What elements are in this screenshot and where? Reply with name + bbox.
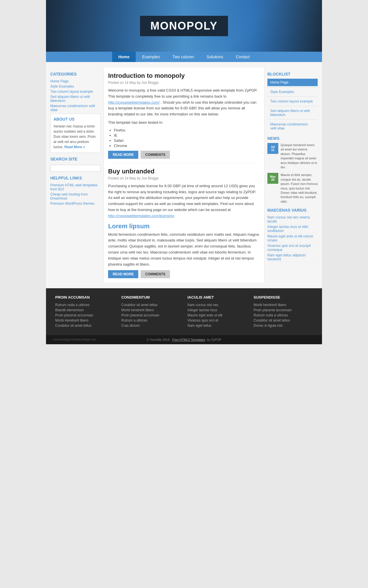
post-1-comments-button[interactable]: COMMENTS bbox=[141, 151, 170, 159]
category-link[interactable]: Sed aliquam libero ut velit bibendum bbox=[50, 94, 101, 103]
post-1-tested: This template has been tested in: bbox=[108, 120, 260, 126]
nav-contact[interactable]: Contact bbox=[229, 52, 256, 62]
helpful-links-list: Premium HTML web templates from $10 Chea… bbox=[50, 183, 101, 206]
footer-link[interactable]: Donec in ligula nisl. bbox=[254, 323, 313, 328]
footer-link[interactable]: Proin placerat accumsan bbox=[254, 307, 313, 313]
footer-col-3-list: Nam cursus nisi nec Integer lacinia risu… bbox=[187, 302, 247, 328]
list-item: Style Examples bbox=[50, 84, 101, 89]
blocklist-item[interactable]: Two column layout example bbox=[267, 98, 318, 105]
footer-link[interactable]: Blandit elementum bbox=[55, 307, 114, 313]
list-item: Firefox bbox=[114, 128, 260, 132]
category-link[interactable]: Home Page bbox=[50, 79, 101, 84]
about-title: ABOUT US bbox=[53, 117, 97, 121]
maecenas-link[interactable]: Nam eget tellus adipiscin hendrerit bbox=[267, 253, 318, 262]
footer-col-4-list: Morbi hendrerit libero Proin placerat ac… bbox=[254, 302, 313, 328]
helpful-link[interactable]: Cheap web hosting from Dreamhost bbox=[50, 192, 101, 201]
search-title: SEARCH SITE bbox=[50, 157, 101, 161]
list-item: Safari bbox=[114, 138, 260, 143]
footer-link[interactable]: Morbi hendrerit libero bbox=[121, 307, 181, 313]
post-2-link[interactable]: http://zypopwebtemplates.com/licensing bbox=[108, 214, 174, 218]
post-2-title: Buy unbranded bbox=[108, 168, 260, 175]
list-item: Sed aliquam libero ut velit bibendum bbox=[50, 94, 101, 103]
divider bbox=[267, 87, 318, 87]
news-title: NEWS bbox=[267, 136, 318, 141]
footer-col-2-list: Curabitur sit amet tellus Morbi hendreri… bbox=[121, 302, 181, 328]
helpful-link[interactable]: Premium WordPress themes bbox=[50, 201, 101, 206]
blocklist-item-active[interactable]: Home Page bbox=[267, 79, 318, 86]
footer-link[interactable]: Curabitur sit amet tellus bbox=[121, 302, 181, 307]
footer-link[interactable]: Integer lacinia risus bbox=[187, 307, 247, 313]
news-date-1: Jul 21 bbox=[267, 143, 278, 154]
footer-link[interactable]: Mauris eget ante ut elit bbox=[187, 313, 247, 318]
categories-title: CATEGORIES bbox=[50, 72, 101, 76]
list-item: IE bbox=[114, 133, 260, 138]
list-item: Two column layout example bbox=[50, 89, 101, 94]
footer-bottom-text: © YourSite 2014. bbox=[147, 338, 170, 341]
footer-col-4: SUSPENDISSE Morbi hendrerit libero Proin… bbox=[250, 295, 316, 328]
post-1-actions: READ MORE COMMENTS bbox=[108, 151, 260, 159]
footer-link[interactable]: Rutrum nulla a ultrices bbox=[254, 313, 313, 318]
news-item-2: May 09 Mauris et felis semper, congue du… bbox=[267, 173, 318, 204]
lorem-body: Morbi fermentum condimentum felis, commo… bbox=[108, 232, 260, 268]
footer-top: PROIN ACCUMSAN Rutrum nulla a ultrices B… bbox=[46, 288, 322, 335]
post-1-title: Introduction to monopoly bbox=[108, 72, 260, 80]
footer-col-3: IACULIS AMET Nam cursus nisi nec Integer… bbox=[184, 295, 250, 328]
footer-col-1-title: PROIN ACCUMSAN bbox=[55, 295, 114, 299]
footer-link[interactable]: Proin placerat accumsan bbox=[55, 313, 114, 318]
footer-link[interactable]: Rutrum nulla a ultrices bbox=[55, 302, 114, 307]
category-link[interactable]: Style Examples bbox=[50, 84, 101, 89]
footer-col-2: CONDIMENTUM Curabitur sit amet tellus Mo… bbox=[118, 295, 184, 328]
footer-link[interactable]: Nam cursus nisi nec bbox=[187, 302, 247, 307]
footer-link[interactable]: Nam eget tellus bbox=[187, 323, 247, 328]
divider bbox=[267, 119, 318, 120]
post-1-link[interactable]: http://zypopwebtemplates.com/ bbox=[108, 100, 160, 105]
post-2-meta: Posted on 14 May by Joe Bloggs bbox=[108, 176, 260, 180]
footer-col-1: PROIN ACCUMSAN Rutrum nulla a ultrices B… bbox=[52, 295, 118, 328]
footer-link[interactable]: Vivamus quis orci et bbox=[187, 318, 247, 323]
footer-link[interactable]: Rutrum a ultrices bbox=[121, 318, 181, 323]
nav-solutions[interactable]: Solutions bbox=[200, 52, 230, 62]
main-nav: Home Examples Two column Solutions Conta… bbox=[46, 52, 322, 62]
search-input[interactable] bbox=[50, 165, 101, 172]
footer-col-1-list: Rutrum nulla a ultrices Blandit elementu… bbox=[55, 302, 114, 328]
footer-link[interactable]: Curabitur sit amet tellus bbox=[254, 318, 313, 323]
maecenas-link[interactable]: Integer lacinia risus id nibh vestibulum bbox=[267, 224, 318, 234]
nav-examples[interactable]: Examples bbox=[136, 52, 166, 62]
maecenas-link[interactable]: Nam cursus nisi nec viverra iaculis bbox=[267, 215, 318, 224]
list-item: Premium HTML web templates from $10 bbox=[50, 183, 101, 192]
news-item-1: Jul 21 Quisque hendrerit lorem sit amet … bbox=[267, 143, 318, 169]
list-item: Cheap web hosting from Dreamhost bbox=[50, 192, 101, 201]
categories-list: Home Page Style Examples Two column layo… bbox=[50, 79, 101, 113]
post-1-meta: Posted on 14 May by Joe Bloggs bbox=[108, 81, 260, 85]
footer-bottom-inner: www.heritagechristiancollege.com © YourS… bbox=[49, 338, 319, 341]
footer-link[interactable]: Cras dictum bbox=[121, 323, 181, 328]
footer-link[interactable]: Proin placerat accumsan bbox=[121, 313, 181, 318]
post-2-comments-button[interactable]: COMMENTS bbox=[141, 270, 170, 278]
post-2-read-more-button[interactable]: READ MORE bbox=[108, 270, 138, 278]
nav-two-column[interactable]: Two column bbox=[166, 52, 200, 62]
blocklist-item[interactable]: Maecenas condimentum velit vitae bbox=[267, 121, 318, 132]
nav-home[interactable]: Home bbox=[112, 52, 136, 62]
maecenas-link[interactable]: Mauris eget ante ut elit rutrum ornare bbox=[267, 234, 318, 243]
footer-bottom: www.heritagechristiancollege.com © YourS… bbox=[46, 335, 322, 344]
lorem-title: Lorem lipsum bbox=[108, 223, 260, 230]
blocklist-item[interactable]: Style Examples bbox=[267, 88, 318, 96]
header: MONOPOLY bbox=[46, 0, 322, 52]
footer-link[interactable]: Morbi hendrerit libero bbox=[254, 302, 313, 307]
helpful-link[interactable]: Premium HTML web templates from $10 bbox=[50, 183, 101, 192]
footer-link[interactable]: Morbi Hendrerit libero bbox=[55, 318, 114, 323]
news-text-2: Mauris et felis semper, congue dui ac, i… bbox=[281, 173, 318, 204]
footer-col-3-title: IACULIS AMET bbox=[187, 295, 247, 299]
footer-link[interactable]: Curabitur sit amet tellus bbox=[55, 323, 114, 328]
maecenas-link[interactable]: Vivamus quis orci et suscipit consequa bbox=[267, 243, 318, 253]
category-link[interactable]: Two column layout example bbox=[50, 89, 101, 94]
category-link[interactable]: Maecenas condimentum velit vitae bbox=[50, 103, 101, 113]
about-text: Aenean nec massa a tortor auctor sodales… bbox=[53, 124, 97, 150]
footer-by: by ZyPOP bbox=[207, 338, 221, 341]
footer-watermark: www.heritagechristiancollege.com bbox=[53, 338, 96, 341]
blocklist-item[interactable]: Sed aliquam libero ut velit bibendum bbox=[267, 107, 318, 119]
footer-html5-link[interactable]: Free HTML5 Templates bbox=[172, 338, 205, 341]
post-1-read-more-button[interactable]: READ MORE bbox=[108, 151, 138, 159]
news-text-1: Quisque hendrerit lorem sit amet dui viv… bbox=[281, 143, 318, 169]
read-more-link[interactable]: Read More » bbox=[64, 145, 85, 149]
